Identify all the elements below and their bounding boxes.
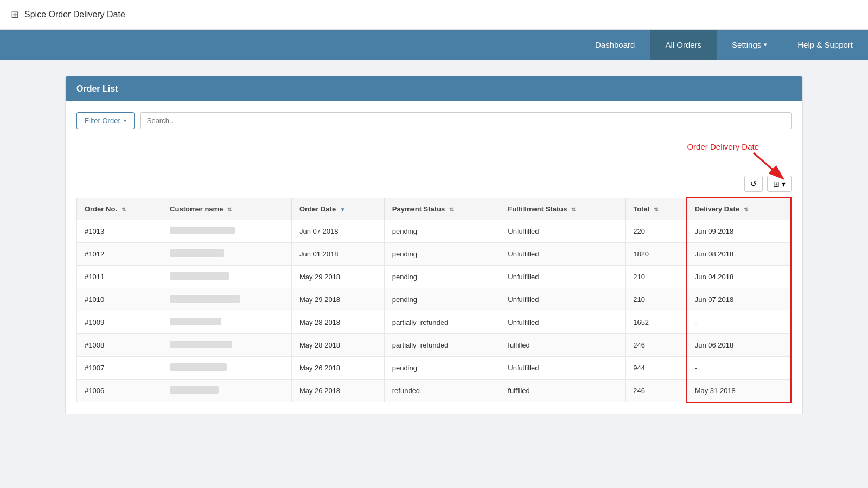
cell-order-no: #1011 [77, 266, 162, 288]
table-row: #1012Jun 01 2018pendingUnfulfilled1820Ju… [77, 243, 792, 266]
cell-total: 246 [626, 334, 687, 357]
search-input[interactable] [140, 112, 792, 129]
table-row: #1011May 29 2018pendingUnfulfilled210Jun… [77, 266, 792, 288]
filter-chevron-icon: ▾ [124, 118, 126, 124]
sort-icon-total: ⇅ [654, 207, 658, 213]
cell-delivery-date: Jun 04 2018 [687, 266, 791, 288]
cell-total: 246 [626, 380, 687, 402]
app-title: Spice Order Delivery Date [24, 10, 125, 20]
cell-delivery-date: - [687, 357, 791, 380]
cell-fulfillment-status: Unfulfilled [500, 311, 626, 334]
cell-order-no: #1012 [77, 243, 162, 266]
nav-all-orders[interactable]: All Orders [650, 30, 717, 60]
cell-order-no: #1009 [77, 311, 162, 334]
col-header-order-date[interactable]: Order Date ▼ [291, 198, 384, 220]
cell-customer-name [162, 288, 292, 311]
nav-bar: Dashboard All Orders Settings ▾ Help & S… [0, 30, 868, 60]
filter-order-button[interactable]: Filter Order ▾ [76, 112, 135, 129]
cell-order-no: #1006 [77, 380, 162, 402]
cell-order-date: May 29 2018 [291, 266, 384, 288]
sort-icon-payment-status: ⇅ [449, 207, 454, 213]
cell-payment-status: pending [384, 220, 500, 243]
col-header-total[interactable]: Total ⇅ [626, 198, 687, 220]
cell-payment-status: pending [384, 288, 500, 311]
cell-payment-status: pending [384, 243, 500, 266]
cell-fulfillment-status: Unfulfilled [500, 357, 626, 380]
nav-help-support[interactable]: Help & Support [782, 30, 868, 60]
cell-customer-name [162, 334, 292, 357]
cell-order-no: #1007 [77, 357, 162, 380]
cell-order-date: May 26 2018 [291, 357, 384, 380]
cell-customer-name [162, 357, 292, 380]
cell-total: 210 [626, 288, 687, 311]
settings-chevron-icon: ▾ [764, 41, 767, 48]
app-icon: ⊞ [11, 9, 19, 21]
cell-order-date: May 28 2018 [291, 311, 384, 334]
app-title-bar: ⊞ Spice Order Delivery Date [0, 0, 868, 30]
sort-icon-order-no: ⇅ [122, 207, 126, 213]
cell-order-no: #1013 [77, 220, 162, 243]
cell-delivery-date: Jun 09 2018 [687, 220, 791, 243]
annotation-area: Order Delivery Date [76, 138, 792, 176]
cell-customer-name [162, 380, 292, 402]
cell-payment-status: partially_refunded [384, 311, 500, 334]
order-list-header: Order List [66, 76, 802, 101]
cell-fulfillment-status: Unfulfilled [500, 266, 626, 288]
nav-dashboard[interactable]: Dashboard [580, 30, 650, 60]
order-list-body: Filter Order ▾ Order Delivery Date [66, 101, 802, 414]
cell-payment-status: refunded [384, 380, 500, 402]
cell-delivery-date: Jun 08 2018 [687, 243, 791, 266]
svg-line-1 [754, 153, 783, 179]
sort-icon-order-date: ▼ [340, 207, 346, 213]
filter-row: Filter Order ▾ [76, 112, 792, 129]
table-row: #1007May 26 2018pendingUnfulfilled944- [77, 357, 792, 380]
col-header-order-no[interactable]: Order No. ⇅ [77, 198, 162, 220]
cell-payment-status: pending [384, 357, 500, 380]
cell-delivery-date: Jun 06 2018 [687, 334, 791, 357]
order-list-title: Order List [76, 84, 118, 93]
cell-customer-name [162, 243, 292, 266]
cell-fulfillment-status: Unfulfilled [500, 288, 626, 311]
cell-fulfillment-status: Unfulfilled [500, 220, 626, 243]
col-header-customer-name[interactable]: Customer name ⇅ [162, 198, 292, 220]
col-header-fulfillment-status[interactable]: Fulfillment Status ⇅ [500, 198, 626, 220]
table-row: #1009May 28 2018partially_refundedUnfulf… [77, 311, 792, 334]
cell-total: 220 [626, 220, 687, 243]
cell-payment-status: pending [384, 266, 500, 288]
table-toolbar: ↺ ⊞ ▾ [76, 176, 792, 192]
sort-icon-fulfillment-status: ⇅ [571, 207, 576, 213]
cell-customer-name [162, 266, 292, 288]
cell-total: 210 [626, 266, 687, 288]
cell-order-date: May 29 2018 [291, 288, 384, 311]
col-header-payment-status[interactable]: Payment Status ⇅ [384, 198, 500, 220]
cell-order-date: May 26 2018 [291, 380, 384, 402]
cell-order-no: #1010 [77, 288, 162, 311]
sort-icon-delivery-date: ⇅ [744, 207, 748, 213]
table-row: #1008May 28 2018partially_refundedfulfil… [77, 334, 792, 357]
cell-customer-name [162, 220, 292, 243]
cell-fulfillment-status: Unfulfilled [500, 243, 626, 266]
cell-order-no: #1008 [77, 334, 162, 357]
cell-order-date: May 28 2018 [291, 334, 384, 357]
cell-total: 1652 [626, 311, 687, 334]
table-row: #1010May 29 2018pendingUnfulfilled210Jun… [77, 288, 792, 311]
col-header-delivery-date[interactable]: Delivery Date ⇅ [687, 198, 791, 220]
table-row: #1006May 26 2018refundedfulfilled246May … [77, 380, 792, 402]
cell-order-date: Jun 07 2018 [291, 220, 384, 243]
orders-table: Order No. ⇅ Customer name ⇅ Order Date ▼ [76, 197, 792, 403]
cell-delivery-date: May 31 2018 [687, 380, 791, 402]
main-content: Order List Filter Order ▾ Order Delivery… [0, 60, 868, 431]
cell-payment-status: partially_refunded [384, 334, 500, 357]
cell-total: 1820 [626, 243, 687, 266]
cell-order-date: Jun 01 2018 [291, 243, 384, 266]
cell-fulfillment-status: fulfilled [500, 380, 626, 402]
cell-delivery-date: - [687, 311, 791, 334]
cell-delivery-date: Jun 07 2018 [687, 288, 791, 311]
nav-settings[interactable]: Settings ▾ [717, 30, 782, 60]
cell-total: 944 [626, 357, 687, 380]
cell-fulfillment-status: fulfilled [500, 334, 626, 357]
annotation-arrow-icon [748, 147, 792, 185]
sort-icon-customer-name: ⇅ [227, 207, 232, 213]
order-list-card: Order List Filter Order ▾ Order Delivery… [65, 76, 803, 414]
cell-customer-name [162, 311, 292, 334]
